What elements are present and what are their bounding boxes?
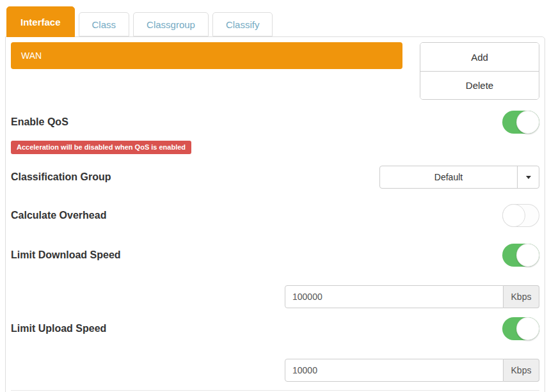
tab-interface[interactable]: Interface [6, 6, 75, 37]
classification-group-select[interactable]: Default [379, 166, 539, 189]
calculate-overhead-toggle[interactable] [502, 204, 539, 227]
limit-upload-label: Limit Upload Speed [11, 323, 106, 334]
classification-group-row: Classification Group Default [11, 166, 539, 189]
limit-download-row: Limit Download Speed [11, 244, 539, 267]
interface-actions: Add Delete [420, 42, 539, 100]
interface-tab-panel: WAN Add Delete Enable QoS Acceleration w… [5, 36, 545, 392]
selected-option-label: Default [380, 166, 517, 188]
interface-item-wan[interactable]: WAN [11, 42, 402, 69]
upload-speed-unit: Kbps [504, 359, 539, 382]
toggle-knob [502, 204, 525, 227]
toggle-knob [516, 111, 539, 134]
tab-classgroup[interactable]: Classgroup [133, 12, 209, 36]
toggle-knob [516, 317, 539, 340]
upload-speed-input-row: Kbps [11, 359, 539, 382]
limit-upload-toggle[interactable] [502, 317, 539, 340]
qos-warning-badge: Acceleration will be disabled when QoS i… [11, 141, 191, 154]
download-speed-input[interactable] [285, 285, 504, 308]
upload-speed-input-group: Kbps [285, 359, 539, 382]
chevron-down-icon [517, 166, 539, 188]
enable-qos-label: Enable QoS [11, 116, 68, 128]
calculate-overhead-label: Calculate Overhead [11, 210, 106, 221]
qos-warning-row: Acceleration will be disabled when QoS i… [11, 141, 539, 154]
upload-speed-input[interactable] [285, 359, 504, 382]
limit-download-toggle[interactable] [502, 244, 539, 267]
enable-qos-toggle[interactable] [502, 111, 539, 134]
tab-classify[interactable]: Classify [212, 12, 273, 36]
download-speed-input-row: Kbps [11, 285, 539, 308]
tab-class[interactable]: Class [79, 12, 130, 36]
limit-download-label: Limit Download Speed [11, 249, 121, 261]
limit-upload-row: Limit Upload Speed [11, 317, 539, 340]
calculate-overhead-row: Calculate Overhead [11, 204, 539, 227]
add-button[interactable]: Add [420, 43, 539, 71]
download-speed-unit: Kbps [504, 285, 539, 308]
toggle-knob [516, 244, 539, 267]
section-divider [11, 390, 539, 391]
tab-bar: Interface Class Classgroup Classify [0, 0, 549, 36]
interface-list-row: WAN Add Delete [11, 42, 539, 100]
classification-group-label: Classification Group [11, 171, 111, 183]
download-speed-input-group: Kbps [285, 285, 539, 308]
enable-qos-row: Enable QoS [11, 111, 539, 134]
delete-button[interactable]: Delete [420, 71, 539, 99]
